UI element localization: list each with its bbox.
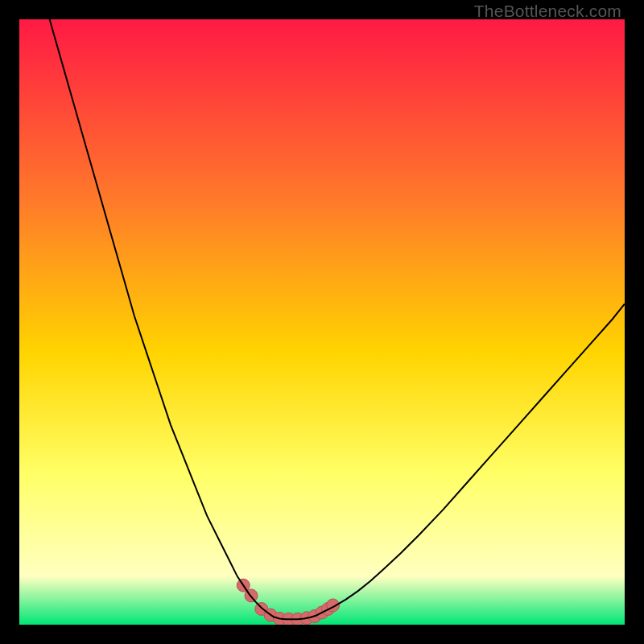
watermark-text: TheBottleneck.com <box>474 2 621 21</box>
chart-frame <box>19 19 625 625</box>
chart-svg <box>19 19 625 625</box>
gradient-background <box>19 19 625 625</box>
